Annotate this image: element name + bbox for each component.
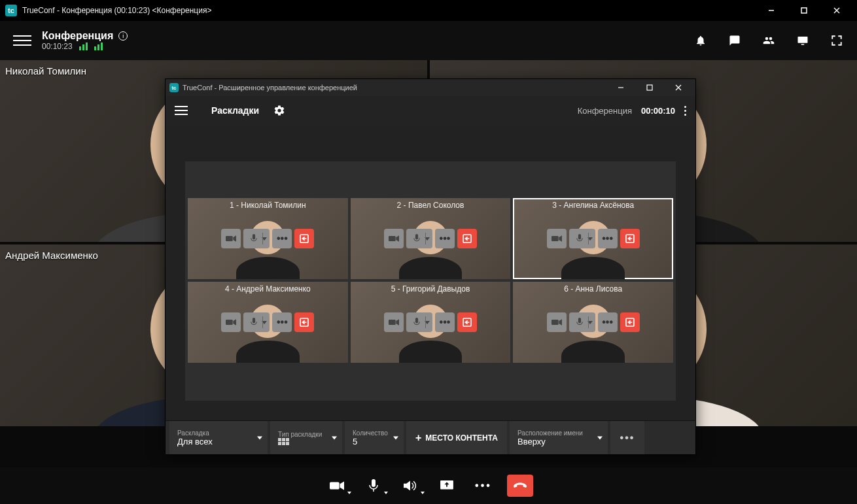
mgr-header: Раскладки Конференция 00:00:10 xyxy=(166,96,695,125)
info-icon[interactable]: i xyxy=(118,31,128,41)
minimize-button[interactable] xyxy=(756,0,786,21)
cell-more-button[interactable]: ••• xyxy=(272,312,292,332)
cell-label: 3 - Ангелина Аксёнова xyxy=(513,201,673,210)
cell-more-button[interactable]: ••• xyxy=(435,312,455,332)
svg-marker-35 xyxy=(340,482,344,490)
chevron-down-icon xyxy=(421,492,425,494)
count-value: 5 xyxy=(353,437,396,446)
svg-rect-32 xyxy=(578,318,581,323)
mgr-timer-label: Конференция xyxy=(578,106,632,116)
name-pos-value: Вверху xyxy=(517,437,600,446)
cell-mic-button[interactable] xyxy=(243,229,270,248)
cell-camera-button[interactable] xyxy=(384,312,404,332)
cell-label: 2 - Павел Соколов xyxy=(351,201,511,210)
layout-cell[interactable]: 6 - Анна Лисова••• xyxy=(513,282,673,363)
cell-more-button[interactable]: ••• xyxy=(598,312,618,332)
layout-cell[interactable]: 5 - Григорий Давыдов••• xyxy=(351,282,511,363)
cell-more-button[interactable]: ••• xyxy=(598,229,618,248)
cell-controls: ••• xyxy=(384,229,477,248)
chevron-down-icon xyxy=(425,237,430,241)
more-button[interactable]: ••• xyxy=(470,475,497,497)
cell-remove-button[interactable] xyxy=(620,229,640,248)
cell-mic-button[interactable] xyxy=(569,312,595,332)
cell-camera-button[interactable] xyxy=(384,229,404,248)
hangup-button[interactable] xyxy=(507,475,533,497)
cell-label: 1 - Николай Томилин xyxy=(188,201,348,210)
cell-controls: ••• xyxy=(547,229,640,248)
cell-more-button[interactable]: ••• xyxy=(272,229,292,248)
call-dock: ••• xyxy=(0,467,857,504)
chat-icon[interactable] xyxy=(727,33,742,48)
outer-window-titlebar: tc TrueConf - Конференция (00:10:23) <Ко… xyxy=(0,0,857,21)
count-dropdown[interactable]: Количество 5 xyxy=(345,421,404,454)
layout-type-label: Тип раскладки xyxy=(278,431,334,438)
name-pos-label: Расположение имени xyxy=(517,429,600,437)
participants-icon[interactable] xyxy=(761,33,776,48)
main-header: Конференция i 00:10:23 xyxy=(0,21,857,60)
svg-marker-38 xyxy=(404,481,410,491)
svg-marker-27 xyxy=(396,319,399,325)
svg-marker-19 xyxy=(559,235,562,241)
window-title: TrueConf - Конференция (00:10:23) <Конфе… xyxy=(22,6,211,15)
cell-mic-button[interactable] xyxy=(406,229,432,248)
cell-remove-button[interactable] xyxy=(457,229,477,248)
svg-rect-36 xyxy=(372,479,376,487)
chevron-down-icon xyxy=(257,436,262,439)
chevron-down-icon xyxy=(262,321,267,324)
cell-mic-button[interactable] xyxy=(243,312,270,332)
svg-rect-5 xyxy=(801,44,805,45)
layout-cell[interactable]: 3 - Ангелина Аксёнова••• xyxy=(513,198,673,279)
cell-remove-button[interactable] xyxy=(294,229,314,248)
close-button[interactable] xyxy=(822,0,852,21)
cell-camera-button[interactable] xyxy=(547,229,567,248)
cell-remove-button[interactable] xyxy=(294,312,314,332)
cell-camera-button[interactable] xyxy=(221,312,241,332)
microphone-button[interactable] xyxy=(360,475,387,497)
layout-cell[interactable]: 1 - Николай Томилин••• xyxy=(188,198,348,279)
mgr-menu-button[interactable] xyxy=(175,101,188,120)
chevron-down-icon xyxy=(393,436,398,439)
layout-value: Для всех xyxy=(177,437,260,446)
more-icon: ••• xyxy=(475,480,492,492)
camera-button[interactable] xyxy=(324,475,350,497)
layout-management-window: tc TrueConf - Расширенное управление кон… xyxy=(165,78,696,455)
svg-marker-23 xyxy=(234,319,237,325)
svg-rect-18 xyxy=(551,236,559,241)
cell-controls: ••• xyxy=(221,229,314,248)
fullscreen-icon[interactable] xyxy=(830,33,844,48)
cell-remove-button[interactable] xyxy=(457,312,477,332)
cell-camera-button[interactable] xyxy=(221,229,241,248)
content-share-icon[interactable] xyxy=(796,33,810,48)
conference-timer: 00:10:23 xyxy=(42,42,73,51)
app-logo-icon: tc xyxy=(169,83,179,92)
content-place-button[interactable]: + МЕСТО КОНТЕНТА xyxy=(406,421,507,454)
cell-controls: ••• xyxy=(547,312,640,332)
grid-icon xyxy=(278,438,334,445)
layout-cell[interactable]: 4 - Андрей Максименко••• xyxy=(188,282,348,363)
layout-dropdown[interactable]: Раскладка Для всех xyxy=(169,421,268,454)
cell-mic-button[interactable] xyxy=(406,312,432,332)
kebab-icon[interactable] xyxy=(684,106,686,116)
conference-title: Конференция xyxy=(42,30,113,42)
gear-icon[interactable] xyxy=(272,103,287,118)
cell-more-button[interactable]: ••• xyxy=(435,229,455,248)
layout-label: Раскладка xyxy=(177,429,260,437)
cell-mic-button[interactable] xyxy=(569,229,595,248)
toolbar-more-button[interactable]: ••• xyxy=(610,421,644,454)
menu-button[interactable] xyxy=(13,31,31,50)
share-screen-button[interactable] xyxy=(434,475,460,497)
maximize-button[interactable] xyxy=(789,0,819,21)
inner-maximize-button[interactable] xyxy=(637,79,663,96)
cell-camera-button[interactable] xyxy=(547,312,567,332)
inner-minimize-button[interactable] xyxy=(608,79,634,96)
layout-type-dropdown[interactable]: Тип раскладки xyxy=(270,421,342,454)
speaker-button[interactable] xyxy=(397,475,423,497)
layout-cell[interactable]: 2 - Павел Соколов••• xyxy=(351,198,511,279)
svg-rect-28 xyxy=(415,318,418,323)
inner-window-title: TrueConf - Расширенное управление конфер… xyxy=(183,84,357,92)
inner-close-button[interactable] xyxy=(665,79,691,96)
cell-remove-button[interactable] xyxy=(620,312,640,332)
notifications-icon[interactable] xyxy=(693,33,708,48)
more-icon: ••• xyxy=(620,432,635,444)
name-position-dropdown[interactable]: Расположение имени Вверху xyxy=(510,421,608,454)
